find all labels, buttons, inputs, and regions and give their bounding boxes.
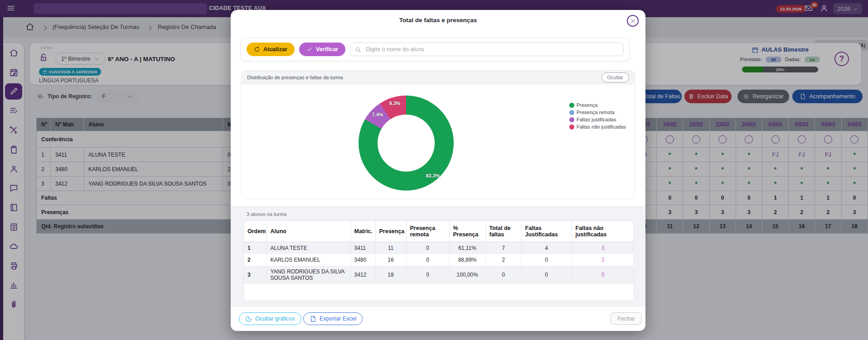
legend-label: Faltas justificadas xyxy=(577,117,616,122)
modal-footer: Ocultar gráficos Exportar Excel Fechar xyxy=(231,307,645,331)
summary-cell: 0 xyxy=(521,266,572,284)
close-icon xyxy=(630,17,636,25)
students-count-label: 3 alunos na turma xyxy=(247,211,286,217)
summary-cell: 3412 xyxy=(350,266,375,284)
summary-column-header: Total de faltas xyxy=(485,221,521,242)
legend-dot xyxy=(569,103,574,108)
chart-card-header: Distribuição de presenças e faltas da tu… xyxy=(242,71,635,84)
modal-total-faltas: Total de faltas e presenças Atualizar Ve… xyxy=(231,10,645,331)
search-icon xyxy=(355,45,361,53)
summary-cell: KARLOS EMANUEL xyxy=(267,254,350,266)
summary-column-header: Aluno xyxy=(267,221,350,242)
refresh-icon xyxy=(254,46,260,53)
legend-label: Presença xyxy=(577,102,597,108)
summary-cell: 18 xyxy=(375,266,406,284)
summary-cell: ALUNA TESTE xyxy=(267,242,350,254)
summary-cell: 2 xyxy=(244,254,267,266)
chart-body: 83.3% 7.4% 9.3% PresençaPresença remotaF… xyxy=(242,84,635,199)
summary-cell: 3480 xyxy=(350,254,375,266)
chart-title: Distribuição de presenças e faltas da tu… xyxy=(247,75,343,80)
summary-cell: 0 xyxy=(406,242,449,254)
close-button[interactable] xyxy=(627,15,639,27)
summary-cell: 3411 xyxy=(350,242,375,254)
summary-cell: 0 xyxy=(521,254,572,266)
modal-table-section: 3 alunos na turma OrdemAlunoMatric.Prese… xyxy=(231,206,645,307)
summary-cell: 3 xyxy=(572,242,634,254)
summary-cell: 2 xyxy=(485,254,521,266)
slice-label-presenca: 83.3% xyxy=(426,173,440,178)
atualizar-button[interactable]: Atualizar xyxy=(247,43,295,56)
refresh-icon xyxy=(254,46,260,53)
summary-table-card: OrdemAlunoMatric.PresençaPresença remota… xyxy=(243,220,634,301)
summary-table-row: 1ALUNA TESTE341111061,11%743 xyxy=(244,242,634,254)
legend-label: Presença remota xyxy=(577,110,615,115)
check-icon xyxy=(306,46,313,53)
doc-icon xyxy=(310,316,316,322)
atualizar-label: Atualizar xyxy=(263,46,287,53)
search-icon xyxy=(355,47,361,53)
summary-cell: 61,11% xyxy=(449,242,485,254)
summary-table: OrdemAlunoMatric.PresençaPresença remota… xyxy=(244,221,634,284)
app-screen: CIDADE TESTE AUX 12.03.2026 30 2026 (Fre… xyxy=(0,0,868,340)
slice-label-nao-justificadas: 9.3% xyxy=(389,101,400,106)
summary-cell: 100,00% xyxy=(449,266,485,284)
legend-dot xyxy=(569,125,574,129)
close-x-icon xyxy=(630,18,636,24)
slice-label-justificadas: 7.4% xyxy=(372,112,383,117)
chart-legend: PresençaPresença remotaFaltas justificad… xyxy=(569,102,626,129)
summary-table-row: 3YANG RODRIGUES DA SILVA SOUSA SANTOS341… xyxy=(244,266,634,284)
summary-cell: 88,89% xyxy=(449,254,485,266)
legend-item-3[interactable]: Faltas justificadas xyxy=(569,117,626,122)
chart-card: Distribuição de presenças e faltas da tu… xyxy=(241,70,635,199)
summary-cell: YANG RODRIGUES DA SILVA SOUSA SANTOS xyxy=(267,266,350,284)
summary-column-header: Matric. xyxy=(350,221,375,242)
summary-cell: 4 xyxy=(521,242,572,254)
legend-label: Faltas não justificadas xyxy=(577,124,626,129)
summary-cell: 0 xyxy=(572,266,634,284)
summary-cell: 3 xyxy=(244,266,267,284)
summary-column-header: Presença remota xyxy=(406,221,449,242)
summary-cell: 16 xyxy=(375,254,406,266)
exportar-excel-button[interactable]: Exportar Excel xyxy=(303,312,363,325)
excel-file-icon xyxy=(310,315,316,322)
summary-cell: 11 xyxy=(375,242,406,254)
summary-table-row: 2KARLOS EMANUEL348016088,89%202 xyxy=(244,254,634,266)
summary-column-header: % Presença xyxy=(449,221,485,242)
legend-item-1[interactable]: Presença xyxy=(569,102,626,108)
ocultar-graficos-button[interactable]: Ocultar gráficos xyxy=(239,312,301,325)
student-search-input[interactable] xyxy=(365,46,619,53)
legend-dot xyxy=(569,117,574,122)
legend-dot xyxy=(569,110,574,115)
verificar-label: Verificar xyxy=(316,46,338,53)
exportar-excel-label: Exportar Excel xyxy=(320,316,356,322)
legend-item-2[interactable]: Presença remota xyxy=(569,110,626,115)
student-search xyxy=(350,43,624,56)
summary-cell: 7 xyxy=(485,242,521,254)
summary-cell: 0 xyxy=(406,266,449,284)
summary-cell: 0 xyxy=(485,266,521,284)
summary-column-header: Presença xyxy=(375,221,406,242)
check-icon xyxy=(306,46,313,53)
modal-title: Total de faltas e presenças xyxy=(231,17,645,24)
summary-cell: 0 xyxy=(406,254,449,266)
summary-cell: 2 xyxy=(572,254,634,266)
modal-toolbar: Atualizar Verificar xyxy=(241,38,630,61)
summary-cell: 1 xyxy=(244,242,267,254)
summary-column-header: Faltas não justificadas xyxy=(572,221,634,242)
fechar-button[interactable]: Fechar xyxy=(611,312,642,325)
summary-column-header: Ordem xyxy=(244,221,267,242)
legend-item-4[interactable]: Faltas não justificadas xyxy=(569,124,626,129)
ocultar-button[interactable]: Ocultar xyxy=(601,72,629,82)
ocultar-graficos-label: Ocultar gráficos xyxy=(255,316,295,322)
summary-column-header: Faltas Justificadas xyxy=(521,221,572,242)
pie-icon xyxy=(245,316,252,322)
verificar-button[interactable]: Verificar xyxy=(299,43,345,56)
pie-chart-icon xyxy=(245,315,252,322)
